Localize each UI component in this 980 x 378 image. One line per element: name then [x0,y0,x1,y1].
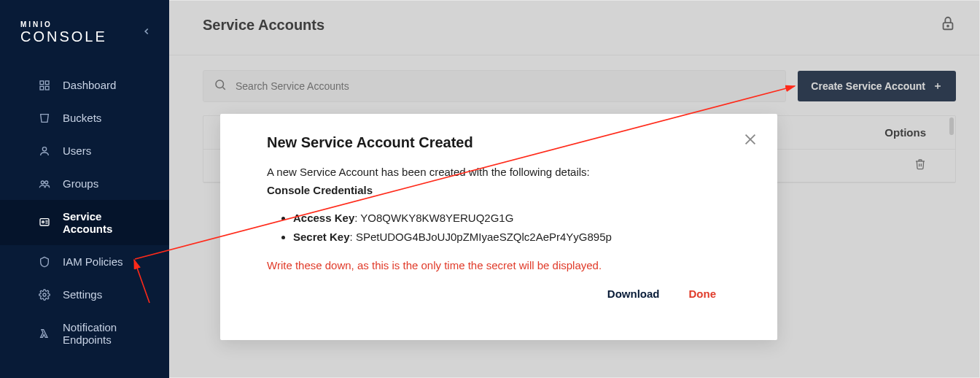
svg-point-5 [41,181,44,184]
groups-icon [38,177,51,190]
access-key-label: Access Key [293,212,354,224]
svg-point-9 [43,293,46,296]
modal-intro: A new Service Account has been created w… [267,164,752,181]
sidebar: MINIO CONSOLE Dashboard Buckets Users Gr… [0,0,169,378]
svg-rect-2 [40,86,44,90]
service-accounts-icon [38,216,51,229]
sidebar-item-groups[interactable]: Groups [0,167,169,200]
svg-point-4 [42,147,46,150]
sidebar-item-label: Notification Endpoints [38,321,152,346]
gear-icon [38,288,51,301]
access-key-value: YO8QWKY8KW8YERUQ2G1G [360,212,513,224]
modal-title: New Service Account Created [267,134,752,151]
sidebar-item-dashboard[interactable]: Dashboard [0,69,169,101]
sidebar-item-users[interactable]: Users [0,134,169,167]
sidebar-item-service-accounts[interactable]: Service Accounts [0,200,169,245]
access-key-row: Access Key: YO8QWKY8KW8YERUQ2G1G [293,209,752,228]
chevron-left-icon[interactable] [141,26,152,39]
modal-subtitle: Console Credentials [267,182,752,199]
secret-key-value: SPetUDOG4BJoUJ0pZMIyaeSZQlc2AePr4YyG895p [356,231,612,243]
user-icon [38,144,51,158]
svg-rect-3 [45,86,49,90]
svg-rect-1 [45,81,49,85]
svg-rect-0 [40,81,44,85]
lambda-icon [38,327,51,340]
bucket-icon [38,112,51,125]
download-button[interactable]: Download [607,288,660,300]
sidebar-item-notification-endpoints[interactable]: Notification Endpoints [0,311,169,356]
sidebar-item-label: Service Accounts [38,210,152,235]
svg-point-8 [42,221,44,223]
sidebar-item-buckets[interactable]: Buckets [0,101,169,134]
logo: MINIO CONSOLE [0,0,169,69]
modal-warning: Write these down, as this is the only ti… [267,259,752,271]
brand-big: CONSOLE [20,28,107,45]
brand-small: MINIO [20,20,107,28]
svg-point-6 [45,181,48,184]
close-icon[interactable] [742,131,758,150]
secret-key-label: Secret Key [293,231,350,243]
sidebar-item-iam-policies[interactable]: IAM Policies [0,245,169,278]
shield-icon [38,255,51,269]
sidebar-item-settings[interactable]: Settings [0,278,169,311]
secret-key-row: Secret Key: SPetUDOG4BJoUJ0pZMIyaeSZQlc2… [293,228,752,247]
service-account-created-modal: New Service Account Created A new Servic… [220,114,777,340]
done-button[interactable]: Done [689,288,717,300]
dashboard-icon [38,79,51,92]
